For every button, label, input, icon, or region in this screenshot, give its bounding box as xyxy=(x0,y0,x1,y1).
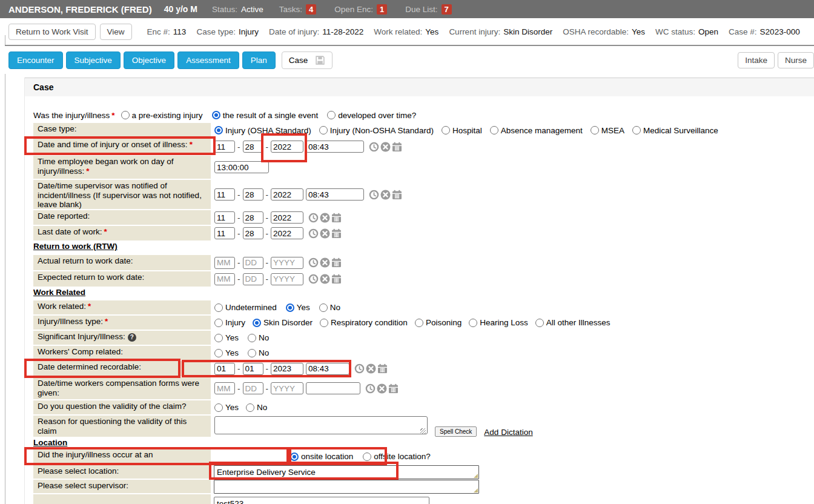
calendar-icon[interactable] xyxy=(331,257,342,268)
location-input[interactable] xyxy=(214,465,479,479)
clear-icon[interactable] xyxy=(377,383,387,394)
injury-month-input[interactable] xyxy=(214,141,235,153)
expected-rtw-year-input[interactable] xyxy=(271,273,303,285)
clock-icon[interactable] xyxy=(369,142,379,152)
tab-assessment[interactable]: Assessment xyxy=(177,51,239,69)
radio-type-respiratory[interactable]: Respiratory condition xyxy=(320,318,408,327)
time-began-input[interactable] xyxy=(214,161,269,173)
clock-icon[interactable] xyxy=(354,363,365,374)
calendar-icon[interactable] xyxy=(331,274,342,284)
injury-day-input[interactable] xyxy=(243,141,263,153)
last-work-day-input[interactable] xyxy=(243,227,263,239)
clear-icon[interactable] xyxy=(380,190,391,200)
clock-icon[interactable] xyxy=(369,190,379,200)
calendar-icon[interactable] xyxy=(331,213,342,223)
radio-undetermined[interactable]: Undetermined xyxy=(214,303,277,312)
clock-icon[interactable] xyxy=(308,213,319,223)
partial-text-input[interactable] xyxy=(214,497,429,504)
radio-absence-management[interactable]: Absence management xyxy=(490,126,583,135)
wc-forms-day-input[interactable] xyxy=(243,382,263,394)
supervisor-day-input[interactable] xyxy=(243,188,263,201)
radio-onsite-location[interactable]: onsite location xyxy=(290,452,353,461)
radio-offsite-location[interactable]: offsite location? xyxy=(363,452,431,461)
tab-objective[interactable]: Objective xyxy=(124,51,174,69)
reported-day-input[interactable] xyxy=(243,211,263,224)
radio-wc-yes[interactable]: Yes xyxy=(214,348,239,357)
actual-rtw-day-input[interactable] xyxy=(243,257,263,269)
return-to-work-visit-button[interactable]: Return to Work Visit xyxy=(8,24,96,40)
radio-significant-no[interactable]: No xyxy=(248,333,269,342)
radio-type-hearing-loss[interactable]: Hearing Loss xyxy=(469,318,528,327)
clear-icon[interactable] xyxy=(366,363,376,374)
supervisor-year-input[interactable] xyxy=(271,188,303,201)
radio-injury-non-osha[interactable]: Injury (Non-OSHA Standard) xyxy=(319,126,434,135)
radio-type-all-other[interactable]: All other Illnesses xyxy=(535,318,610,327)
wc-forms-year-input[interactable] xyxy=(271,382,303,394)
radio-wc-no[interactable]: No xyxy=(248,348,269,357)
tasks-count-badge[interactable]: 4 xyxy=(306,4,316,15)
clock-icon[interactable] xyxy=(365,383,376,394)
clear-icon[interactable] xyxy=(320,213,330,223)
reported-month-input[interactable] xyxy=(214,211,235,224)
recordable-time-input[interactable] xyxy=(306,363,349,375)
radio-medical-surveillance[interactable]: Medical Surveillance xyxy=(632,126,718,135)
recordable-day-input[interactable] xyxy=(243,363,263,375)
calendar-icon[interactable] xyxy=(331,228,342,239)
actual-rtw-year-input[interactable] xyxy=(271,257,303,269)
actual-rtw-month-input[interactable] xyxy=(214,257,235,269)
radio-work-related-no[interactable]: No xyxy=(319,303,340,312)
save-icon[interactable] xyxy=(315,55,325,65)
radio-pre-existing-injury[interactable]: a pre-existing injury xyxy=(121,111,203,120)
last-work-year-input[interactable] xyxy=(271,227,303,239)
clear-icon[interactable] xyxy=(320,274,330,284)
radio-single-event[interactable]: the result of a single event xyxy=(212,111,319,120)
calendar-icon[interactable] xyxy=(392,190,402,200)
clear-icon[interactable] xyxy=(320,228,330,239)
expected-rtw-month-input[interactable] xyxy=(214,273,235,285)
clock-icon[interactable] xyxy=(308,274,319,284)
tab-case[interactable]: Case xyxy=(289,56,308,65)
supervisor-input[interactable] xyxy=(214,480,479,494)
wc-forms-time-input[interactable] xyxy=(306,382,360,394)
tab-subjective[interactable]: Subjective xyxy=(66,51,121,69)
spell-check-button[interactable]: Spell Check xyxy=(435,426,477,437)
recordable-month-input[interactable] xyxy=(214,363,235,375)
radio-work-related-yes[interactable]: Yes xyxy=(286,303,310,312)
radio-validity-yes[interactable]: Yes xyxy=(214,403,239,412)
radio-developed-over-time[interactable]: developed over time? xyxy=(327,111,416,120)
radio-type-poisoning[interactable]: Poisoning xyxy=(415,318,462,327)
clock-icon[interactable] xyxy=(308,228,319,239)
calendar-icon[interactable] xyxy=(388,383,399,394)
radio-hospital[interactable]: Hospital xyxy=(442,126,482,135)
radio-injury-osha[interactable]: Injury (OSHA Standard) xyxy=(214,126,311,135)
reported-year-input[interactable] xyxy=(271,211,303,224)
wc-forms-month-input[interactable] xyxy=(214,382,235,394)
injury-time-input[interactable] xyxy=(306,141,364,153)
nurse-button[interactable]: Nurse xyxy=(778,52,814,68)
calendar-icon[interactable] xyxy=(377,363,388,374)
help-icon[interactable]: ? xyxy=(128,333,136,342)
last-work-month-input[interactable] xyxy=(214,227,235,239)
clear-icon[interactable] xyxy=(320,257,330,268)
radio-type-skin-disorder[interactable]: Skin Disorder xyxy=(253,318,313,327)
open-enc-count-badge[interactable]: 1 xyxy=(377,4,387,15)
intake-button[interactable]: Intake xyxy=(738,52,775,68)
clear-icon[interactable] xyxy=(380,142,391,152)
view-button[interactable]: View xyxy=(100,24,132,40)
due-list-count-badge[interactable]: 7 xyxy=(442,4,452,15)
add-dictation-link[interactable]: Add Dictation xyxy=(484,428,532,437)
expected-rtw-day-input[interactable] xyxy=(243,273,263,285)
recordable-year-input[interactable] xyxy=(271,363,303,375)
radio-significant-yes[interactable]: Yes xyxy=(214,333,239,342)
reason-textarea[interactable] xyxy=(214,416,428,434)
calendar-icon[interactable] xyxy=(392,142,402,152)
supervisor-time-input[interactable] xyxy=(306,188,364,201)
tab-encounter[interactable]: Encounter xyxy=(8,51,63,69)
supervisor-month-input[interactable] xyxy=(214,188,235,201)
radio-msea[interactable]: MSEA xyxy=(591,126,624,135)
tab-plan[interactable]: Plan xyxy=(242,51,276,69)
injury-year-input[interactable] xyxy=(271,141,303,153)
radio-validity-no[interactable]: No xyxy=(246,403,267,412)
clock-icon[interactable] xyxy=(308,257,319,268)
radio-type-injury[interactable]: Injury xyxy=(214,318,245,327)
